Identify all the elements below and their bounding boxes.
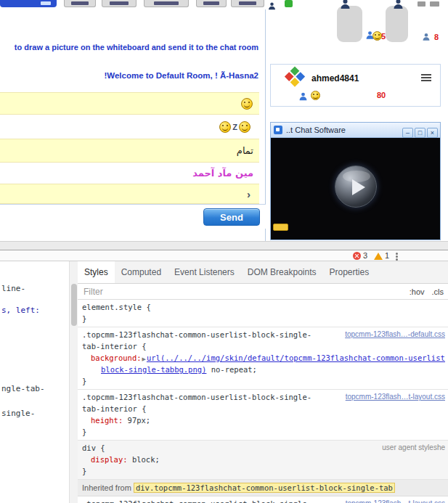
css-selector[interactable]: .topcmm-123flashchat-common-userlist-blo… bbox=[82, 499, 311, 503]
window-title: ..t Chat Software bbox=[286, 126, 346, 134]
element-style-section[interactable]: element.style { } bbox=[78, 300, 448, 327]
chat-message-row: › bbox=[0, 184, 259, 204]
css-rule-background[interactable]: topcmm-123flash…-default.css.topcmm-123f… bbox=[78, 327, 448, 390]
chat-message-row: مين مآد آحمد bbox=[0, 163, 259, 184]
current-user-panel[interactable]: ahmed4841 80 bbox=[270, 64, 441, 107]
css-property-value[interactable]: block; bbox=[128, 455, 160, 464]
small-icon[interactable] bbox=[430, 1, 439, 7]
warning-icon bbox=[374, 253, 383, 260]
small-icon[interactable] bbox=[418, 1, 425, 7]
room-user-count: 5 bbox=[381, 32, 386, 41]
error-count: 3 bbox=[363, 251, 367, 260]
warning-badge[interactable]: 1 bbox=[374, 251, 389, 260]
stylesheet-origin-label: user agent styleshe bbox=[382, 442, 445, 453]
css-rule-user-agent[interactable]: user agent styleshediv { display: block;… bbox=[78, 441, 448, 480]
styles-filter-input[interactable] bbox=[82, 286, 402, 298]
disclosure-triangle-icon[interactable]: ▶ bbox=[142, 356, 146, 362]
window-titlebar[interactable]: ..t Chat Software –□× bbox=[271, 123, 440, 138]
inherited-node-link[interactable]: div.topcmm-123flashchat-common-userlist-… bbox=[134, 483, 395, 493]
css-brace: } bbox=[82, 428, 86, 436]
user-points-count: 80 bbox=[377, 91, 386, 99]
tab-computed[interactable]: Computed bbox=[115, 261, 168, 283]
tab-dom-breakpoints[interactable]: DOM Breakpoints bbox=[241, 261, 323, 283]
tab-event-listeners[interactable]: Event Listeners bbox=[168, 261, 241, 283]
chat-arabic-message: مين مآد آحمد bbox=[192, 168, 253, 179]
devtools-panel: 3 1 line- s, left: ngle-tab- single- Sty… bbox=[0, 250, 448, 503]
window-app-icon bbox=[274, 126, 282, 134]
chat-message-row bbox=[0, 92, 259, 115]
scrollbar-thumb[interactable] bbox=[71, 284, 77, 326]
dom-tree-fragment[interactable]: line- bbox=[1, 284, 25, 293]
css-property-value[interactable]: no-repeat; bbox=[206, 365, 257, 374]
flashchat-logo-icon bbox=[283, 66, 306, 89]
css-rule-height[interactable]: topcmm-123flash…t-layout.css.topcmm-123f… bbox=[78, 390, 448, 441]
elements-tree-pane: line- s, left: ngle-tab- single- bbox=[0, 261, 69, 503]
stylesheet-link[interactable]: topcmm-123flash…-default.css bbox=[345, 329, 445, 340]
css-selector[interactable]: .topcmm-123flashchat-common-userlist-blo… bbox=[82, 330, 311, 339]
css-selector[interactable]: div { bbox=[82, 443, 105, 452]
tab-styles[interactable]: Styles bbox=[78, 261, 115, 283]
minimize-button[interactable]: – bbox=[402, 128, 413, 138]
smiley-icon bbox=[241, 98, 253, 110]
dom-tree-fragment[interactable]: s, left: bbox=[1, 306, 40, 315]
css-url-link[interactable]: block-single-tabbg.png) bbox=[101, 365, 206, 374]
css-selector[interactable]: .topcmm-123flashchat-common-userlist-blo… bbox=[82, 393, 311, 401]
toolbar-primary-button[interactable] bbox=[0, 0, 57, 7]
restore-button[interactable]: □ bbox=[415, 128, 425, 138]
dom-tree-fragment[interactable]: single- bbox=[1, 409, 35, 418]
chat-input-area[interactable]: Send bbox=[0, 204, 266, 229]
more-menu-icon[interactable] bbox=[396, 253, 398, 261]
stylesheet-link[interactable]: topcmm-123flash…t-layout.css bbox=[346, 391, 445, 402]
chat-welcome-message: !Welcome to Default Room, ! Ã­-Hasna2 bbox=[0, 71, 258, 83]
expand-chevron-icon[interactable]: › bbox=[247, 188, 251, 200]
person-icon bbox=[298, 91, 308, 104]
tab-properties[interactable]: Properties bbox=[322, 261, 375, 283]
css-rule-tab[interactable]: topcmm-123flash…t-layout.css.topcmm-123f… bbox=[78, 496, 448, 503]
css-selector[interactable]: element.style { bbox=[82, 303, 151, 311]
css-url-link[interactable]: url(../../../img/skin/default/topcmm-123… bbox=[147, 353, 445, 362]
person-icon bbox=[267, 0, 277, 13]
toolbar-button[interactable] bbox=[64, 0, 96, 7]
error-icon bbox=[353, 252, 361, 260]
toolbar-button[interactable] bbox=[102, 0, 137, 7]
css-property-name[interactable]: background: bbox=[91, 353, 142, 362]
styles-filter-bar: :hov .cls bbox=[78, 284, 448, 300]
toolbar-button[interactable] bbox=[231, 0, 264, 7]
devtools-divider[interactable] bbox=[0, 241, 448, 250]
sidebar-tabs: Styles Computed Event Listeners DOM Brea… bbox=[78, 261, 448, 284]
online-status-icon bbox=[285, 0, 293, 7]
elements-scrollbar[interactable] bbox=[69, 261, 78, 503]
yellow-tag[interactable] bbox=[273, 224, 288, 231]
css-property-value[interactable]: 97px; bbox=[123, 416, 150, 425]
css-brace: } bbox=[82, 314, 86, 323]
css-property-name[interactable]: height: bbox=[91, 416, 123, 425]
app-screen: to draw a picture on the whiteboard and … bbox=[0, 0, 448, 503]
styles-sidebar: Styles Computed Event Listeners DOM Brea… bbox=[78, 261, 448, 503]
video-area bbox=[271, 138, 440, 240]
stylesheet-link[interactable]: topcmm-123flash…t-layout.css bbox=[346, 498, 445, 503]
user-menu-icon[interactable] bbox=[421, 74, 431, 83]
person-icon bbox=[422, 31, 431, 44]
chat-software-window: ..t Chat Software –□× bbox=[270, 122, 441, 240]
inherited-from-bar: Inherited from div.topcmm-123flashchat-c… bbox=[78, 480, 448, 496]
toolbar-button[interactable] bbox=[196, 0, 227, 7]
cls-toggle[interactable]: .cls bbox=[432, 287, 444, 296]
css-selector[interactable]: tab-interior { bbox=[82, 404, 147, 413]
hov-toggle[interactable]: :hov bbox=[410, 287, 425, 296]
error-badge[interactable]: 3 bbox=[353, 251, 367, 260]
play-button[interactable] bbox=[335, 165, 377, 208]
chat-message-row: تمام bbox=[0, 139, 259, 163]
dom-tree-fragment[interactable]: ngle-tab- bbox=[1, 384, 45, 393]
smiley-icon bbox=[219, 121, 231, 133]
chat-arabic-message: تمام bbox=[237, 145, 253, 156]
toolbar-button[interactable] bbox=[144, 0, 189, 7]
css-property-name[interactable]: display: bbox=[91, 455, 128, 464]
window-controls: –□× bbox=[401, 125, 438, 138]
person-icon bbox=[339, 0, 351, 12]
chat-system-message: to draw a picture on the whiteboard and … bbox=[0, 43, 258, 54]
css-selector[interactable]: tab-interior { bbox=[82, 342, 147, 351]
close-button[interactable]: × bbox=[427, 128, 438, 138]
username-label: ahmed4841 bbox=[311, 73, 359, 83]
chat-message-panel: to draw a picture on the whiteboard and … bbox=[0, 9, 266, 241]
send-button[interactable]: Send bbox=[203, 208, 260, 226]
